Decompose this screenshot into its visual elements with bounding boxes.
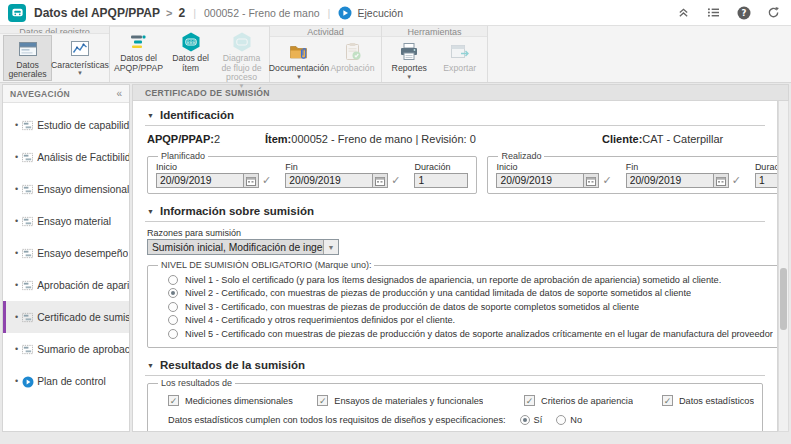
section-header-identificacion[interactable]: ▼ Identificación: [145, 105, 765, 126]
nivel-2-radio-option[interactable]: Nivel 2 - Certificado, con muestras de p…: [168, 288, 773, 298]
confirm-check-icon[interactable]: ✓: [732, 174, 741, 187]
inicio-label: Inicio: [156, 162, 271, 172]
item-label: Ítem:: [265, 133, 291, 145]
confirm-check-icon[interactable]: ✓: [602, 174, 611, 187]
sidebar-item-ensayo-dimensional[interactable]: • Ensayo dimensional: [3, 173, 129, 205]
bullet: •: [15, 345, 18, 354]
help-icon[interactable]: ?: [736, 5, 751, 20]
approval-clipboard-icon: [342, 41, 364, 63]
workspace: NAVEGACIÓN « • Estudio de capabilidad • …: [0, 83, 791, 444]
nivel-legend: NIVEL DE SUMISIÓN OBLIGATORIO (Marque un…: [158, 260, 374, 270]
chevron-down-icon: ▼: [406, 75, 412, 80]
ribbon-button-label: Datos del APQP/PPAP: [114, 54, 163, 73]
resultados-legend: Los resultados de: [158, 378, 235, 388]
top-bar: Datos del APQP/PPAP > 2 | 000052 - Freno…: [0, 0, 791, 26]
sidebar-item-ensayo-desempeno[interactable]: • Ensayo desempeño: [3, 237, 129, 269]
record-number: 2: [178, 6, 185, 20]
razones-selected-value: Sumisión inicial, Modificación de ingeni…: [148, 242, 323, 253]
planificado-duracion-input[interactable]: [414, 173, 468, 188]
radio-label: No: [570, 415, 582, 425]
radio-icon: [168, 302, 178, 312]
scrollbar-thumb[interactable]: [780, 268, 787, 330]
ribbon-button-label: Diagrama de flujo de proceso: [218, 54, 265, 83]
breadcrumb-separator: >: [166, 7, 172, 19]
vertical-scrollbar[interactable]: [778, 101, 789, 432]
realizado-legend: Realizado: [498, 151, 544, 161]
folder-attachment-icon: [288, 41, 310, 63]
section-header-resultados[interactable]: ▼ Resultados de la sumisión: [145, 355, 765, 376]
calendar-icon[interactable]: [714, 173, 729, 188]
sidebar-item-ensayo-material[interactable]: • Ensayo material: [3, 205, 129, 237]
radio-label: Nivel 5 - Certificado con muestras de pi…: [185, 329, 773, 339]
ribbon-button-label: Reportes: [392, 64, 427, 74]
datos-generales-button[interactable]: Datos generales: [3, 35, 52, 81]
radio-icon: [168, 329, 178, 339]
sidebar-item-sumario-aprobacion[interactable]: • Sumario de aprobación ...: [3, 333, 129, 365]
ribbon-button-label: Características: [51, 61, 109, 71]
sidebar-item-certificado-sumision[interactable]: • Certificado de sumisión: [3, 301, 129, 333]
realizado-inicio-input[interactable]: [496, 173, 584, 188]
nivel-1-radio-option[interactable]: Nivel 1 - Solo el certificado (y para lo…: [168, 275, 773, 285]
realizado-fieldset: Realizado Inicio ✓ F: [487, 151, 778, 194]
confirm-check-icon[interactable]: ✓: [262, 174, 271, 187]
sidebar-item-aprobacion-apariencia[interactable]: • Aprobación de apariencia: [3, 269, 129, 301]
radio-label: Nivel 4 - Certificado y otros requerimie…: [185, 315, 455, 325]
caracteristicas-button[interactable]: Características ▼: [54, 35, 106, 81]
razones-label: Razones para sumisión: [147, 228, 765, 238]
no-radio-option[interactable]: No: [556, 415, 582, 425]
gantt-mini-icon: [22, 216, 33, 227]
checkbox-checked-icon: ✓: [168, 395, 179, 406]
datos-estadisticos-checkbox[interactable]: ✓ Datos estadísticos: [662, 395, 754, 406]
general-data-window-icon: [17, 38, 39, 60]
sidebar-item-estudio-capabilidad[interactable]: • Estudio de capabilidad: [3, 109, 129, 141]
sidebar-item-label: Ensayo material: [37, 216, 111, 227]
sidebar-item-label: Aprobación de apariencia: [37, 280, 129, 291]
criterios-apariencia-checkbox[interactable]: ✓ Criterios de apariencia: [524, 395, 662, 406]
sidebar-collapse-icon[interactable]: «: [116, 88, 122, 99]
calendar-icon[interactable]: [244, 173, 259, 188]
apqp-label: APQP/PPAP:: [147, 133, 214, 145]
sidebar-item-analisis-factibilidad[interactable]: • Análisis de Factibilidad: [3, 141, 129, 173]
inicio-label: Inicio: [496, 162, 611, 172]
divider: |: [328, 7, 331, 19]
mediciones-dimensionales-checkbox[interactable]: ✓ Mediciones dimensionales: [168, 395, 317, 406]
realizado-fin-input[interactable]: [626, 173, 714, 188]
razones-sumision-select[interactable]: Sumisión inicial, Modificación de ingeni…: [147, 239, 339, 255]
gantt-mini-icon: [22, 184, 33, 195]
ribbon-group-datos-registro: Datos del registro Datos generales Carac…: [0, 26, 110, 82]
chevron-down-icon: ▼: [239, 84, 245, 89]
calendar-icon[interactable]: [373, 173, 388, 188]
ensayos-materiales-checkbox[interactable]: ✓ Ensayos de materiales y funcionales: [317, 395, 524, 406]
svg-text:?: ?: [741, 8, 746, 18]
checkbox-checked-icon: ✓: [524, 395, 535, 406]
section-header-info-sumision[interactable]: ▼ Información sobre sumisión: [145, 201, 765, 222]
ribbon-empty-area: [488, 26, 791, 82]
sidebar-item-plan-de-control[interactable]: • Plan de control: [3, 365, 129, 397]
nivel-4-radio-option[interactable]: Nivel 4 - Certificado y otros requerimie…: [168, 315, 773, 325]
nivel-3-radio-option[interactable]: Nivel 3 - Certificado, con muestras de p…: [168, 302, 773, 312]
nivel-5-radio-option[interactable]: Nivel 5 - Certificado con muestras de pi…: [168, 329, 773, 339]
item-reference: 000052 - Freno de mano: [204, 7, 320, 19]
planificado-inicio-input[interactable]: [156, 173, 244, 188]
datos-apqp-ppap-button[interactable]: Datos del APQP/PPAP: [113, 28, 164, 90]
radio-icon: [168, 315, 178, 325]
documentacion-button[interactable]: Documentación ▼: [273, 38, 325, 81]
radio-label: Nivel 3 - Certificado, con muestras de p…: [185, 302, 639, 312]
collapse-triangle-icon: ▼: [147, 112, 154, 119]
radio-icon: [168, 275, 178, 285]
refresh-icon[interactable]: [766, 5, 781, 20]
realizado-duracion-input[interactable]: [755, 173, 778, 188]
sidebar-item-label: Certificado de sumisión: [37, 312, 129, 323]
app-icon: [8, 4, 26, 22]
status-label: Ejecución: [357, 7, 403, 19]
reportes-button[interactable]: Reportes ▼: [385, 38, 434, 81]
gantt-mini-icon: [22, 248, 33, 259]
radio-label: Nivel 2 - Certificado, con muestras de p…: [185, 288, 691, 298]
planificado-fin-input[interactable]: [285, 173, 373, 188]
task-list-icon[interactable]: [706, 5, 721, 20]
datos-del-item-button[interactable]: 888 Datos del ítem: [166, 28, 215, 90]
confirm-check-icon[interactable]: ✓: [391, 174, 400, 187]
si-radio-option[interactable]: Sí: [520, 415, 543, 425]
calendar-icon[interactable]: [584, 173, 599, 188]
collapse-ribbon-icon[interactable]: [676, 5, 691, 20]
